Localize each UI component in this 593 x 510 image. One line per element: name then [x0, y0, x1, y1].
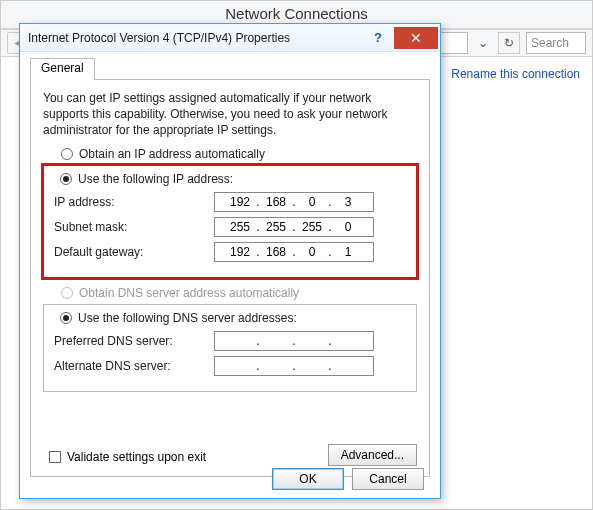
search-input[interactable]: Search: [526, 32, 586, 54]
ip-address-label: IP address:: [54, 195, 214, 209]
advanced-button[interactable]: Advanced...: [328, 444, 417, 466]
ipv4-properties-dialog: Internet Protocol Version 4 (TCP/IPv4) P…: [19, 23, 441, 499]
radio-icon: [61, 287, 73, 299]
validate-on-exit-checkbox[interactable]: Validate settings upon exit: [49, 450, 206, 464]
subnet-mask-input[interactable]: 255. 255. 255. 0: [214, 217, 374, 237]
radio-obtain-ip-auto[interactable]: Obtain an IP address automatically: [61, 147, 417, 161]
ip-address-input[interactable]: 192. 168. 0. 3: [214, 192, 374, 212]
ok-button[interactable]: OK: [272, 468, 344, 490]
radio-label: Obtain an IP address automatically: [79, 147, 265, 161]
default-gateway-input[interactable]: 192. 168. 0. 1: [214, 242, 374, 262]
radio-icon: [61, 148, 73, 160]
checkbox-label: Validate settings upon exit: [67, 450, 206, 464]
rename-connection-link[interactable]: Rename this connection: [451, 67, 580, 81]
path-dropdown[interactable]: ⌄: [474, 32, 492, 54]
help-button[interactable]: ?: [362, 27, 394, 49]
radio-label: Obtain DNS server address automatically: [79, 286, 299, 300]
alternate-dns-input[interactable]: . . .: [214, 356, 374, 376]
tab-general[interactable]: General: [30, 58, 95, 80]
ip-settings-group: Use the following IP address: IP address…: [43, 165, 417, 278]
checkbox-icon: [49, 451, 61, 463]
subnet-mask-label: Subnet mask:: [54, 220, 214, 234]
radio-label: Use the following DNS server addresses:: [78, 311, 297, 325]
radio-use-dns[interactable]: Use the following DNS server addresses:: [60, 311, 406, 325]
cancel-button[interactable]: Cancel: [352, 468, 424, 490]
radio-obtain-dns-auto: Obtain DNS server address automatically: [61, 286, 417, 300]
radio-icon: [60, 312, 72, 324]
refresh-button[interactable]: ↻: [498, 32, 520, 54]
dialog-titlebar: Internet Protocol Version 4 (TCP/IPv4) P…: [20, 24, 440, 52]
dns-settings-group: Use the following DNS server addresses: …: [43, 304, 417, 392]
dialog-button-row: OK Cancel: [20, 468, 440, 490]
preferred-dns-input[interactable]: . . .: [214, 331, 374, 351]
dialog-title: Internet Protocol Version 4 (TCP/IPv4) P…: [28, 31, 362, 45]
alternate-dns-label: Alternate DNS server:: [54, 359, 214, 373]
description-text: You can get IP settings assigned automat…: [43, 90, 417, 139]
close-button[interactable]: ✕: [394, 27, 438, 49]
tab-panel-general: You can get IP settings assigned automat…: [30, 79, 430, 477]
radio-use-ip[interactable]: Use the following IP address:: [60, 172, 406, 186]
radio-label: Use the following IP address:: [78, 172, 233, 186]
radio-icon: [60, 173, 72, 185]
default-gateway-label: Default gateway:: [54, 245, 214, 259]
preferred-dns-label: Preferred DNS server:: [54, 334, 214, 348]
tab-strip: General: [30, 58, 430, 80]
